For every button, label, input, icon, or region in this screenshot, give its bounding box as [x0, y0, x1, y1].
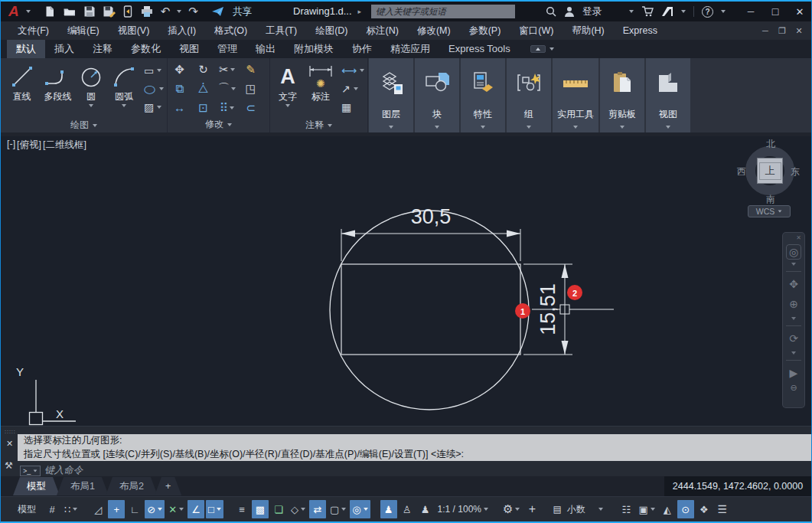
- menu-edit[interactable]: 编辑(E): [58, 21, 109, 40]
- ribbon-panel-clipboard[interactable]: 剪贴板: [600, 58, 644, 132]
- ribbon-tab-output[interactable]: 输出: [246, 40, 285, 58]
- navbar-close-icon[interactable]: ✕: [796, 233, 804, 241]
- transparency-toggle[interactable]: ▩: [252, 500, 269, 518]
- gizmo-toggle[interactable]: ◎: [350, 500, 370, 518]
- fillet-dropdown-icon[interactable]: [231, 87, 236, 90]
- doc-restore-button[interactable]: ❐: [776, 26, 788, 36]
- scale-dropdown-icon[interactable]: [484, 508, 488, 511]
- units-dropdown-icon[interactable]: [598, 508, 603, 511]
- circle-button[interactable]: 圆: [76, 60, 106, 118]
- dimension-button[interactable]: ✺ 标注: [302, 60, 339, 118]
- ribbon-panel-layers[interactable]: 图层: [369, 58, 413, 132]
- title-flyout-icon[interactable]: ▸: [358, 2, 362, 21]
- ribbon-panel-groups[interactable]: 组: [507, 58, 551, 132]
- coordinates-readout[interactable]: 2444.1549, 1472.4602, 0.0000: [664, 476, 811, 496]
- ortho-toggle[interactable]: ∟: [126, 500, 143, 518]
- plot-mobile-icon[interactable]: [122, 4, 133, 19]
- explode-button[interactable]: ◳: [245, 82, 256, 96]
- ellipse-dropdown-icon[interactable]: [159, 87, 164, 90]
- login-dropdown-icon[interactable]: [629, 10, 634, 13]
- leader-button[interactable]: ↗: [341, 81, 364, 96]
- showmotion-icon[interactable]: ▶: [790, 363, 798, 383]
- menu-insert[interactable]: 插入(I): [158, 21, 205, 40]
- drawn-circle[interactable]: [330, 211, 529, 410]
- ribbon-panel-properties[interactable]: 特性: [461, 58, 505, 132]
- hatch-dropdown-icon[interactable]: [157, 106, 161, 109]
- zoom-extents-icon[interactable]: ⊕: [789, 294, 798, 314]
- table-button[interactable]: ▦: [341, 100, 364, 115]
- redo-icon[interactable]: ↷: [188, 4, 198, 19]
- app-menu-dropdown-icon[interactable]: [26, 10, 31, 13]
- ribbon-tab-manage[interactable]: 管理: [208, 40, 246, 58]
- lock-ui-dropdown-icon[interactable]: [651, 508, 655, 511]
- ribbon-panel-block[interactable]: 块: [415, 58, 459, 132]
- leader-dropdown-icon[interactable]: [354, 87, 358, 90]
- navigation-bar[interactable]: ✕ ◎ ✥ ⊕ ⟳ ▶ ⊖: [782, 232, 805, 408]
- navigation-wheel-icon[interactable]: ◎: [786, 244, 801, 260]
- save-icon[interactable]: [83, 4, 96, 19]
- view-cube[interactable]: 北 西 东 南 上 WCS: [734, 136, 807, 221]
- snap-toggle[interactable]: ∷: [62, 500, 80, 518]
- ribbon-panel-utilities[interactable]: 实用工具: [553, 58, 598, 132]
- menu-express[interactable]: Express: [614, 21, 667, 40]
- ellipse-tool-button[interactable]: ◯: [144, 81, 164, 96]
- customization-button[interactable]: ☰: [714, 500, 731, 518]
- user-icon[interactable]: [564, 4, 575, 19]
- clean-screen-button[interactable]: ❖: [696, 500, 713, 518]
- lock-ui-button[interactable]: ▣: [636, 500, 657, 518]
- command-input[interactable]: >_ 键入命令: [20, 464, 83, 477]
- horizontal-dimension-text[interactable]: 30,5: [411, 205, 452, 228]
- new-layout-button[interactable]: +: [155, 477, 181, 495]
- ribbon-tab-parametric[interactable]: 参数化: [122, 40, 170, 58]
- ribbon-tab-addins[interactable]: 附加模块: [285, 40, 343, 58]
- polar-tracking-toggle[interactable]: ⊘: [145, 500, 165, 518]
- block-expand-icon[interactable]: [435, 126, 439, 129]
- array-dropdown-icon[interactable]: [230, 106, 234, 110]
- rotate-button[interactable]: ↻: [198, 63, 208, 77]
- object-snap-dropdown-icon[interactable]: [217, 508, 221, 511]
- ribbon-tab-annotate[interactable]: 注释: [83, 40, 122, 58]
- auto-annotation-scale-toggle[interactable]: ♙: [399, 500, 416, 518]
- line-button[interactable]: 直线: [4, 60, 40, 118]
- ribbon-tab-insert[interactable]: 插入: [45, 40, 83, 58]
- ribbon-tab-home[interactable]: 默认: [7, 40, 45, 58]
- ribbon-tab-express[interactable]: Express Tools: [439, 40, 520, 58]
- selection-filter-toggle[interactable]: ▢: [328, 500, 348, 518]
- model-paper-toggle[interactable]: 模型: [11, 500, 42, 518]
- modify-panel-expand-icon[interactable]: [227, 123, 232, 126]
- drawn-rectangle[interactable]: [341, 264, 520, 355]
- viewcube-north-label[interactable]: 北: [734, 138, 807, 151]
- object-snap-toggle[interactable]: □: [206, 500, 223, 518]
- arc-button[interactable]: 圆弧: [106, 60, 142, 118]
- window-maximize-button[interactable]: □: [767, 5, 784, 18]
- lineweight-toggle[interactable]: ≡: [233, 500, 250, 518]
- command-prompt-icon[interactable]: >_: [20, 466, 41, 476]
- object-snap-tracking-toggle[interactable]: ∠: [188, 500, 204, 518]
- cart-icon[interactable]: [641, 4, 654, 19]
- mirror-button[interactable]: ⧊: [198, 82, 208, 96]
- text-button[interactable]: A 文字: [273, 60, 302, 118]
- annotation-scale-button[interactable]: ♟: [417, 500, 434, 518]
- utilities-expand-icon[interactable]: [573, 126, 578, 129]
- navbar-minus-icon[interactable]: ⊖: [790, 383, 797, 392]
- drawing-canvas[interactable]: [-] [俯视] [二维线框] 30,5 15,51 1: [1, 136, 811, 426]
- layout-tab-model[interactable]: 模型: [13, 477, 60, 495]
- ribbon-panel-view[interactable]: 视图: [646, 58, 690, 132]
- graphics-performance-toggle[interactable]: ⊙: [677, 500, 694, 518]
- clipboard-expand-icon[interactable]: [620, 126, 624, 129]
- units-button[interactable]: ▤小数: [550, 500, 616, 518]
- command-recent-dropdown-icon[interactable]: [34, 469, 38, 472]
- properties-expand-icon[interactable]: [481, 126, 485, 129]
- doc-minimize-button[interactable]: ─: [759, 26, 771, 36]
- linear-dimension-dropdown-icon[interactable]: [360, 69, 364, 72]
- window-minimize-button[interactable]: ─: [742, 6, 759, 17]
- navbar-wheel-dropdown-icon[interactable]: [791, 263, 796, 266]
- move-button[interactable]: ✥: [174, 63, 184, 77]
- menu-file[interactable]: 文件(F): [8, 21, 58, 40]
- array-button[interactable]: ⠿: [220, 101, 234, 115]
- search-input[interactable]: 键入关键字或短语: [371, 5, 515, 18]
- menu-window[interactable]: 窗口(W): [510, 21, 563, 40]
- dynamic-ucs-toggle[interactable]: ⇄: [309, 500, 326, 518]
- trim-button[interactable]: ✂: [219, 63, 235, 77]
- wcs-dropdown[interactable]: WCS: [748, 205, 791, 217]
